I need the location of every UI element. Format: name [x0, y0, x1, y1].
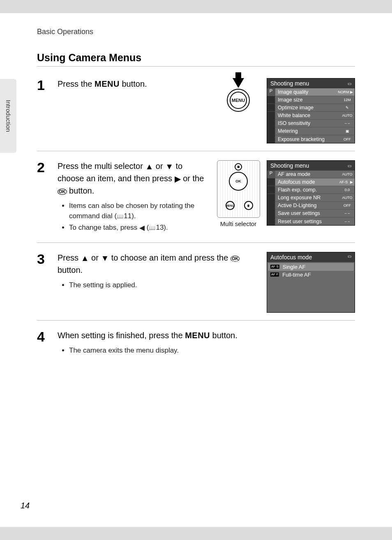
menu-row-value: 12M	[341, 98, 353, 102]
menu-word: MENU	[185, 331, 210, 340]
step-2: 2 Press the multi selector ▲ or ▼ to cho…	[37, 160, 355, 243]
menu-row-value: NORM	[338, 90, 349, 94]
battery-icon: ▭	[348, 164, 351, 168]
menu-row-value: ✎	[341, 106, 353, 110]
ok-button-icon: OK	[58, 189, 67, 195]
page-number: 14	[21, 501, 30, 510]
menu-row-label: Save user settings	[278, 210, 320, 216]
menu-row-label: White balance	[278, 113, 310, 118]
step-2-figures: ▣ OK MENU 🗑 Multi selector Shooting menu…	[216, 160, 355, 227]
menu-button-icon: MENU	[227, 89, 250, 112]
menu-row-label: Optimize image	[278, 105, 314, 111]
menu-row: Exposure bracketingOFF	[275, 135, 355, 143]
step-3: 3 Press ▲ or ▼ to choose an item and pre…	[37, 252, 355, 321]
down-triangle-icon: ▼	[165, 161, 173, 173]
right-arrow-icon: ▶	[349, 180, 353, 184]
step-4-text: When setting is finished, press the MENU…	[58, 330, 355, 342]
menu-row-value: OFF	[341, 137, 353, 141]
menu-row-label: Image quality	[278, 89, 308, 95]
menu-row-label: Single AF	[283, 264, 306, 270]
note-item: The camera exits the menu display.	[69, 346, 355, 356]
menu-row-value: 0.0	[341, 188, 353, 192]
book-ref-icon	[149, 224, 156, 231]
step-2-text: Press the multi selector ▲ or ▼ to choos…	[58, 160, 208, 197]
step-1-text: Press the MENU button.	[58, 78, 208, 90]
menu-tabs: P	[267, 88, 275, 143]
breadcrumb: Basic Operations	[37, 28, 355, 36]
right-triangle-icon: ▶	[175, 173, 181, 185]
side-tab-label: Introduction	[5, 100, 12, 132]
menu-row-label: Metering	[278, 128, 298, 134]
arrow-down-icon	[233, 78, 244, 88]
menu-row: Optimize image✎	[275, 104, 355, 112]
menu-row: AF SSingle AF	[268, 263, 354, 271]
ok-center-icon: OK	[229, 172, 248, 191]
step-4: 4 When setting is finished, press the ME…	[37, 330, 355, 365]
step-number: 2	[37, 160, 50, 174]
menu-row: ISO sensitivity– –	[275, 120, 355, 127]
up-triangle-icon: ▲	[81, 252, 89, 264]
menu-row-label: Reset user settings	[278, 219, 322, 224]
note-item: The setting is applied.	[69, 280, 259, 291]
menu-title: Autofocus mode ▭	[267, 252, 355, 262]
step-1-figures: MENU Shooting menu ▭ P Image qualityNORM…	[216, 78, 355, 143]
menu-row: Active D-LightingOFF	[275, 202, 355, 210]
trash-icon: 🗑	[244, 201, 253, 210]
step-number: 4	[37, 330, 50, 344]
menu-row-value: – –	[341, 211, 353, 215]
menu-row: White balanceAUTO	[275, 112, 355, 120]
menu-small-icon: MENU	[226, 201, 235, 210]
menu-title: Shooting menu ▭	[267, 78, 355, 88]
battery-icon: ▭	[348, 254, 351, 261]
menu-row-label: Image size	[278, 97, 302, 103]
multi-selector-icon: ▣ OK MENU 🗑	[217, 160, 260, 218]
step-3-notes: The setting is applied.	[58, 280, 259, 291]
menu-row-label: Full-time AF	[282, 272, 311, 278]
menu-tab-p: P	[267, 171, 275, 178]
menu-row: Reset user settings– –	[275, 217, 355, 225]
manual-page: Introduction Basic Operations Using Came…	[0, 13, 392, 527]
step-body: Press the multi selector ▲ or ▼ to choos…	[58, 160, 208, 235]
step-body: When setting is finished, press the MENU…	[58, 330, 355, 358]
menu-row-label: ISO sensitivity	[278, 120, 310, 126]
display-button-icon: ▣	[235, 163, 242, 171]
battery-icon: ▭	[348, 81, 351, 86]
menu-row: Metering▣	[275, 127, 355, 135]
step-body: Press ▲ or ▼ to choose an item and press…	[58, 252, 259, 292]
menu-row-value: – –	[341, 219, 353, 224]
menu-row: Save user settings– –	[275, 210, 355, 217]
menu-row-value: – –	[341, 121, 353, 125]
menu-row-value: AUTO	[341, 196, 353, 200]
menu-row-label: Autofocus mode	[278, 179, 315, 185]
note-item: To change tabs, press ◀ (13).	[69, 223, 208, 233]
step-3-figures: Autofocus mode ▭ AF SSingle AFAF FFull-t…	[267, 252, 355, 313]
menu-row: Image qualityNORM▶	[275, 88, 355, 96]
autofocus-mode-screenshot: Autofocus mode ▭ AF SSingle AFAF FFull-t…	[267, 252, 355, 313]
step-number: 1	[37, 78, 50, 92]
multi-selector-illustration: ▣ OK MENU 🗑 Multi selector	[216, 160, 261, 227]
menu-row: Autofocus modeAF-S▶	[275, 178, 355, 186]
menu-row-label: Flash exp. comp.	[278, 187, 317, 193]
note-item: Items can also be chosen by rotating the…	[69, 201, 208, 221]
step-4-notes: The camera exits the menu display.	[58, 346, 355, 356]
step-body: Press the MENU button.	[58, 78, 208, 90]
shooting-menu-screenshot-2: Shooting menu ▭ P AF area modeAUTOAutofo…	[267, 160, 355, 226]
menu-row-value: OFF	[341, 203, 353, 208]
left-triangle-icon: ◀	[139, 223, 145, 233]
menu-row-value: AUTO	[341, 172, 353, 176]
af-mode-icon: AF S	[270, 265, 279, 269]
shooting-menu-screenshot-1: Shooting menu ▭ P Image qualityNORM▶Imag…	[267, 78, 355, 143]
right-arrow-icon: ▶	[349, 90, 353, 94]
menu-title: Shooting menu ▭	[267, 161, 355, 171]
menu-row: Image size12M	[275, 96, 355, 104]
menu-tabs: P	[267, 171, 275, 225]
menu-row-value: ▣	[341, 129, 353, 133]
menu-row-label: Active D-Lighting	[278, 203, 317, 208]
menu-row-value: AUTO	[341, 113, 353, 118]
step-1: 1 Press the MENU button. MENU Shooting m…	[37, 78, 355, 151]
menu-button-illustration: MENU	[216, 78, 261, 112]
menu-items: AF area modeAUTOAutofocus modeAF-S▶Flash…	[275, 171, 355, 225]
menu-row: Long exposure NRAUTO	[275, 194, 355, 202]
multi-selector-caption: Multi selector	[216, 220, 261, 227]
menu-items: Image qualityNORM▶Image size12MOptimize …	[275, 88, 355, 143]
